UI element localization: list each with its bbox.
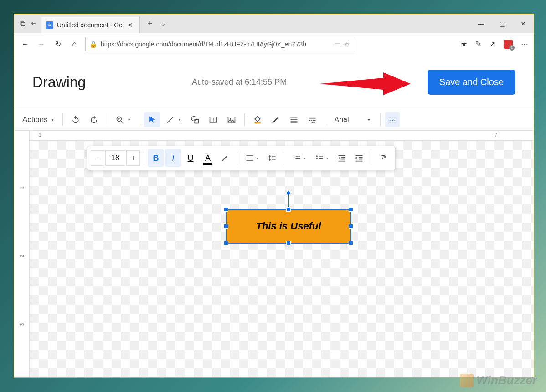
zoom-button[interactable] [112,112,134,127]
border-color-button[interactable] [268,112,284,127]
shape-tool[interactable] [187,112,203,127]
horizontal-ruler: 1 7 [30,131,534,141]
reading-view-icon[interactable]: ▭ [335,41,340,48]
textbox-tool[interactable]: T [205,112,221,127]
select-tool[interactable] [144,112,160,127]
resize-handle-se[interactable] [349,241,353,245]
font-size-increase[interactable]: + [126,150,140,166]
undo-button[interactable] [67,112,84,127]
svg-rect-12 [254,122,260,124]
font-family-select[interactable]: Arial▼ [330,116,376,124]
address-bar: ← → ↻ ⌂ 🔒 https://docs.google.com/docume… [14,33,534,55]
back-button[interactable]: ← [20,39,31,50]
drawing-canvas[interactable]: This is Useful [30,141,534,377]
border-dash-button[interactable] [304,112,320,127]
highlight-button[interactable] [217,149,233,167]
svg-point-30 [316,158,317,159]
share-icon[interactable]: ↗ [489,40,495,48]
svg-point-6 [191,117,196,121]
actions-menu[interactable]: Actions [19,112,58,127]
watermark: WinBuzzer [460,373,537,387]
svg-text:2: 2 [293,157,294,160]
line-tool[interactable] [162,112,185,127]
dialog-title: Drawing [32,74,86,91]
refresh-button[interactable]: ↻ [52,39,63,50]
titlebar: ⧉ ⇤ ≡ Untitled document - Gc ✕ ＋ ⌄ — ▢ ✕ [14,14,534,33]
settings-menu-icon[interactable]: ⋯ [521,40,528,48]
close-window-button[interactable]: ✕ [513,14,534,33]
image-tool[interactable] [223,112,240,127]
extension-icon[interactable]: ⋯ [504,40,513,49]
svg-rect-7 [195,119,198,123]
fill-color-button[interactable] [249,112,266,127]
italic-button[interactable]: I [165,149,181,167]
drawing-toolbar: Actions T Arial▼ ⋯ [14,109,534,131]
svg-marker-0 [319,72,411,95]
svg-point-29 [316,155,317,157]
resize-handle-n[interactable] [286,207,291,212]
selected-textbox[interactable]: This is Useful [226,209,351,244]
favorites-icon[interactable]: ★ [461,40,467,48]
maximize-button[interactable]: ▢ [492,14,513,33]
watermark-logo-icon [460,374,474,387]
resize-handle-nw[interactable] [224,207,228,212]
numbered-list-button[interactable]: 12 [288,149,310,167]
tab-title: Untitled document - Gc [57,21,122,29]
url-text: https://docs.google.com/document/d/19Ud1… [101,41,331,48]
text-color-button[interactable]: A [200,149,216,167]
save-and-close-button[interactable]: Save and Close [428,70,515,95]
rotation-handle[interactable] [286,191,291,195]
resize-handle-ne[interactable] [349,207,353,212]
forward-button[interactable]: → [36,39,47,50]
svg-text:T: T [212,117,215,122]
font-size-decrease[interactable]: − [91,150,104,166]
underline-button[interactable]: U [182,149,199,167]
tab-dropdown-icon[interactable]: ⌄ [160,19,166,28]
browser-window: ⧉ ⇤ ≡ Untitled document - Gc ✕ ＋ ⌄ — ▢ ✕… [14,14,534,378]
line-spacing-button[interactable] [264,149,280,167]
svg-line-5 [167,117,173,122]
rotation-line [288,195,289,207]
minimize-button[interactable]: — [471,14,492,33]
decrease-indent-button[interactable] [334,149,350,167]
text-format-toolbar: − 18 + B I U A 12 T [87,146,396,170]
annotation-arrow [319,72,411,95]
browser-tab[interactable]: ≡ Untitled document - Gc ✕ [41,17,140,33]
dialog-header: Drawing Auto-saved at 6:14:55 PM Save an… [14,55,534,109]
tab-close-button[interactable]: ✕ [126,21,135,29]
tab-actions-icon[interactable]: ⧉ [18,19,27,28]
increase-indent-button[interactable] [351,149,367,167]
resize-handle-sw[interactable] [224,241,228,245]
new-tab-button[interactable]: ＋ [146,19,154,28]
border-weight-button[interactable] [286,112,302,127]
resize-handle-w[interactable] [224,224,228,229]
vertical-ruler: 1 2 3 [14,131,30,377]
font-size-value[interactable]: 18 [105,150,125,166]
autosave-status: Auto-saved at 6:14:55 PM [192,77,287,87]
home-button[interactable]: ⌂ [69,39,80,50]
textbox-text[interactable]: This is Useful [256,220,321,232]
url-input[interactable]: 🔒 https://docs.google.com/document/d/19U… [85,37,354,51]
docs-favicon: ≡ [46,21,53,29]
svg-line-2 [121,121,123,123]
bullet-list-button[interactable] [311,149,333,167]
resize-handle-e[interactable] [349,224,353,229]
redo-button[interactable] [86,112,102,127]
resize-handle-s[interactable] [286,241,291,245]
bold-button[interactable]: B [148,149,164,167]
clear-format-button[interactable]: T [375,149,391,167]
lock-icon: 🔒 [89,41,97,48]
align-button[interactable] [241,149,263,167]
more-options-button[interactable]: ⋯ [385,112,400,127]
favorite-star-icon[interactable]: ☆ [344,41,350,48]
tab-set-aside-icon[interactable]: ⇤ [29,19,38,28]
notes-icon[interactable]: ✎ [475,40,481,48]
